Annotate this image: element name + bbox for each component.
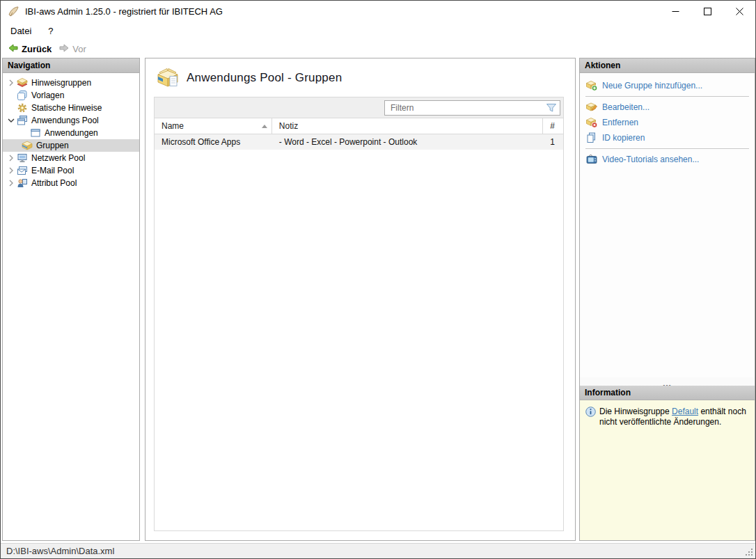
static-notices-icon [17,102,28,113]
splitter-dots-icon: … [663,381,672,386]
actions-list: Neue Gruppe hinzufügen... Bearbeiten... … [580,73,755,377]
sidebar-item-label: Attribut Pool [31,178,77,188]
navigation-header: Navigation [3,58,139,73]
column-header-notiz[interactable]: Notiz [272,118,544,134]
menu-help[interactable]: ? [41,23,60,39]
action-label: Bearbeiten... [602,102,649,112]
back-label: Zurück [22,44,52,54]
email-pool-icon [17,165,28,176]
open-box-document-icon [156,68,180,88]
sidebar-item-vorlagen[interactable]: Vorlagen [3,89,139,102]
notice-groups-icon [17,77,28,88]
window-controls [659,1,755,22]
sort-ascending-icon [262,125,267,128]
filter-strip [155,97,563,118]
templates-icon [17,90,28,101]
cell-name: Microsoft Office Apps [155,134,272,150]
page-title: Anwendungs Pool - Gruppen [187,71,342,85]
sidebar-item-hinweisgruppen[interactable]: Hinweisgruppen [3,77,139,89]
column-header-name[interactable]: Name [155,118,272,134]
chevron-right-icon[interactable] [6,165,17,176]
menu-bar: Datei ? [1,22,755,40]
information-box: Die Hinweisgruppe Default enthält noch n… [580,400,755,540]
back-button[interactable]: Zurück [4,41,55,57]
sidebar-item-label: Gruppen [36,141,69,150]
filter-box [384,100,560,116]
sidebar-item-netzwerk-pool[interactable]: Netzwerk Pool [3,152,139,164]
resize-grip[interactable] [745,548,754,557]
box-remove-icon [586,117,597,128]
status-bar: D:\IBI-aws\Admin\Data.xml [1,543,755,558]
sidebar-item-anwendungs-pool[interactable]: Anwendungs Pool [3,114,139,127]
separator [585,148,749,149]
video-tv-icon [586,154,597,165]
info-circle-icon [585,407,596,417]
maximize-button[interactable] [691,1,723,22]
back-arrow-icon [8,42,19,56]
sidebar-item-gruppen[interactable]: Gruppen [3,139,139,152]
action-add-group[interactable]: Neue Gruppe hinzufügen... [580,78,755,93]
box-edit-icon [586,102,597,113]
chevron-down-icon[interactable] [6,115,17,126]
table-row[interactable]: Microsoft Office Apps - Word - Excel - P… [155,134,563,150]
cell-notiz: - Word - Excel - Powerpoint - Outlook [272,134,544,150]
groups-table-container: Name Notiz # Microsoft Office Apps - Wor… [154,97,564,531]
cell-count: 1 [543,134,563,150]
action-remove[interactable]: Entfernen [580,115,755,130]
app-icon [8,6,19,17]
chevron-placeholder [6,140,22,151]
groups-icon [22,140,33,151]
box-add-icon [586,80,597,91]
default-group-link[interactable]: Default [672,407,698,416]
sidebar-item-attribut-pool[interactable]: Attribut Pool [3,177,139,189]
attribute-pool-icon [17,178,28,189]
application-pool-icon [17,115,28,126]
action-label: Entfernen [602,118,638,127]
forward-button[interactable]: Vor [55,41,90,57]
sidebar-item-anwendungen[interactable]: Anwendungen [3,127,139,139]
column-label: Notiz [279,121,298,131]
main-title-row: Anwendungs Pool - Gruppen [145,58,575,88]
chevron-right-icon[interactable] [6,178,17,189]
sidebar-item-label: Vorlagen [31,90,64,100]
copy-icon [586,132,597,143]
sidebar-item-label: Anwendungs Pool [31,116,99,125]
column-label: Name [162,121,184,131]
action-label: Neue Gruppe hinzufügen... [602,81,702,90]
sidebar-item-label: E-Mail Pool [31,166,74,175]
sidebar-item-label: Netzwerk Pool [31,153,85,163]
title-bar: IBI-aws Admin 1.25.0 - registriert für I… [1,1,755,22]
main-panel: Anwendungs Pool - Gruppen Name Notiz [145,58,576,541]
sidebar-item-label: Anwendungen [45,128,98,138]
minimize-button[interactable] [659,1,691,22]
sidebar-item-email-pool[interactable]: E-Mail Pool [3,164,139,177]
sidebar-item-label: Statische Hinweise [31,103,102,113]
action-label: Video-Tutorials ansehen... [602,155,699,164]
filter-funnel-icon[interactable] [545,102,558,113]
navigation-tree: Hinweisgruppen Vorlagen Statische Hinwei… [3,73,139,189]
chevron-placeholder [6,102,17,113]
info-text-before: Die Hinweisgruppe [599,407,672,416]
chevron-right-icon[interactable] [6,152,17,164]
sidebar-item-statische-hinweise[interactable]: Statische Hinweise [3,102,139,114]
chevron-placeholder [6,90,17,101]
panel-splitter-handle[interactable]: … [580,377,755,386]
navigation-panel: Navigation Hinweisgruppen Vorlagen [2,58,140,541]
table-header-row: Name Notiz # [155,118,563,134]
applications-icon [30,127,41,139]
close-button[interactable] [723,1,755,22]
action-label: ID kopieren [602,133,645,143]
column-label: # [550,121,555,131]
app-window: IBI-aws Admin 1.25.0 - registriert für I… [0,0,756,559]
action-copy-id[interactable]: ID kopieren [580,130,755,145]
filter-input[interactable] [385,101,545,115]
menu-datei[interactable]: Datei [3,23,38,39]
forward-arrow-icon [58,42,70,56]
action-edit[interactable]: Bearbeiten... [580,100,755,115]
data-file-path: D:\IBI-aws\Admin\Data.xml [1,546,114,556]
forward-label: Vor [72,44,86,54]
chevron-right-icon[interactable] [6,77,17,88]
information-header: Information [580,386,755,400]
action-video-tutorials[interactable]: Video-Tutorials ansehen... [580,152,755,167]
column-header-count[interactable]: # [543,118,563,134]
